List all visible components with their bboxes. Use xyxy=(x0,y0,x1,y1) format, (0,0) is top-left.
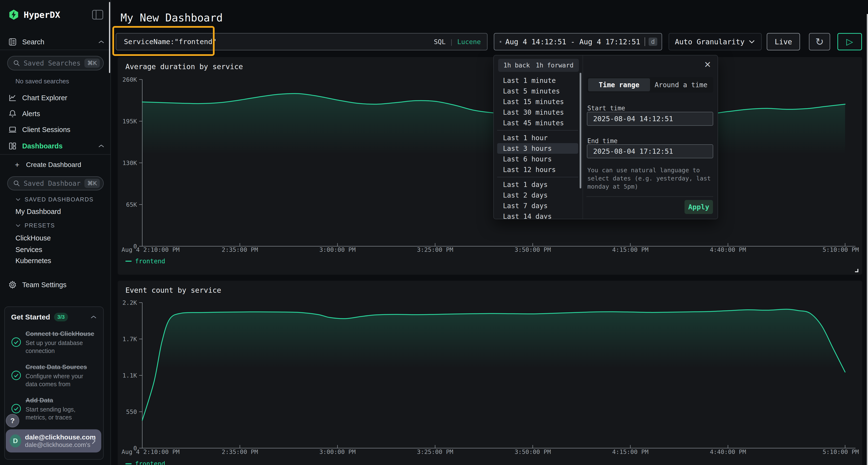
tab-around-a-time[interactable]: Around a time xyxy=(650,78,712,91)
shortcut-badge: ⌘K xyxy=(84,59,100,68)
svg-text:2.2K: 2.2K xyxy=(123,299,137,306)
quick-range-last-2-days[interactable]: Last 2 days xyxy=(497,190,578,200)
tab-time-range[interactable]: Time range xyxy=(588,78,650,91)
chart-explorer-icon xyxy=(8,94,17,102)
chevron-up-icon[interactable] xyxy=(98,144,105,148)
svg-text:1.7K: 1.7K xyxy=(123,336,137,343)
svg-text:4:15:00 PM: 4:15:00 PM xyxy=(612,246,649,253)
check-circle-icon xyxy=(11,404,21,414)
check-circle-icon xyxy=(11,337,21,347)
svg-text:Aug 4 2:10:00 PM: Aug 4 2:10:00 PM xyxy=(122,246,180,253)
brand-name: HyperDX xyxy=(24,10,60,20)
quick-range-last-5-minutes[interactable]: Last 5 minutes xyxy=(497,86,578,96)
sidebar-item-client-sessions[interactable]: Client Sessions xyxy=(8,124,105,135)
create-dashboard-button[interactable]: + Create Dashboard xyxy=(13,159,105,171)
page-scrollbar[interactable] xyxy=(867,14,868,465)
dashboard-link-clickhouse[interactable]: ClickHouse xyxy=(16,234,51,242)
saved-searches-placeholder: Saved Searches xyxy=(24,59,81,67)
sidebar-item-team-settings[interactable]: Team Settings xyxy=(8,279,105,291)
svg-text:4:40:00 PM: 4:40:00 PM xyxy=(710,246,746,253)
chart-legend[interactable]: frontend xyxy=(125,258,165,265)
sidebar-item-chart-explorer[interactable]: Chart Explorer xyxy=(8,92,105,104)
line-chart[interactable]: 05501.1K1.7K2.2KAug 4 2:10:00 PM2:35:00 … xyxy=(118,281,862,465)
line-chart[interactable]: 065K130K195K260KAug 4 2:10:00 PM2:35:00 … xyxy=(118,57,862,275)
svg-text:3:25:00 PM: 3:25:00 PM xyxy=(417,449,453,455)
shift-forward-button[interactable]: 1h forward xyxy=(530,59,579,72)
refresh-icon: ↻ xyxy=(815,36,824,48)
get-started-item[interactable]: Create Data SourcesConfigure where your … xyxy=(11,363,97,388)
quick-range-last-14-days[interactable]: Last 14 days xyxy=(497,211,578,219)
natural-language-hint: You can use natural language to select d… xyxy=(587,166,715,191)
get-started-item-subtitle: Configure where your data comes from xyxy=(26,372,94,388)
svg-text:195K: 195K xyxy=(123,118,137,125)
chevron-down-icon xyxy=(16,198,21,201)
time-range-value: Aug 4 14:12:51 - Aug 4 17:12:51 xyxy=(505,38,641,46)
shift-back-button[interactable]: 1h back xyxy=(498,59,535,72)
end-time-input[interactable]: 2025-08-04 17:12:51 xyxy=(587,144,713,158)
chart-title: Average duration by service xyxy=(125,62,243,71)
sidebar-item-alerts[interactable]: Alerts xyxy=(8,108,105,120)
quick-range-last-3-hours[interactable]: Last 3 hours xyxy=(497,143,578,154)
saved-dashboards-input[interactable]: Saved Dashboards ⌘K xyxy=(7,176,104,190)
chart-legend[interactable]: frontend xyxy=(125,460,165,465)
chevron-up-icon[interactable] xyxy=(98,40,105,44)
get-started-item[interactable]: Add DataStart sending logs, metrics, or … xyxy=(11,396,97,421)
sidebar-item-search[interactable]: Search xyxy=(8,36,105,48)
quick-range-last-12-hours[interactable]: Last 12 hours xyxy=(497,164,578,175)
section-header-presets[interactable]: PRESETS xyxy=(16,222,105,229)
play-icon: ▷ xyxy=(846,37,853,47)
user-menu[interactable]: D dale@clickhouse.com dale@clickhouse.co… xyxy=(6,429,101,453)
quick-range-last-7-days[interactable]: Last 7 days xyxy=(497,200,578,211)
quick-range-last-1-hour[interactable]: Last 1 hour xyxy=(497,133,578,143)
panel-resize-handle[interactable] xyxy=(855,269,858,272)
no-saved-searches-text: No saved searches xyxy=(16,77,69,85)
quick-range-last-45-minutes[interactable]: Last 45 minutes xyxy=(497,118,578,128)
avatar: D xyxy=(10,434,21,447)
saved-searches-input[interactable]: Saved Searches ⌘K xyxy=(7,56,104,70)
get-started-progress-badge: 3/3 xyxy=(54,313,68,322)
main-content: My New Dashboard ServiceName:"frontend" … xyxy=(112,0,868,465)
user-team: dale@clickhouse.com's xyxy=(25,441,87,449)
svg-text:Aug 4 2:10:00 PM: Aug 4 2:10:00 PM xyxy=(122,449,180,455)
hyperdx-app: HyperDX Search Saved Searches ⌘K No save… xyxy=(0,0,868,465)
svg-text:4:40:00 PM: 4:40:00 PM xyxy=(710,449,746,455)
svg-text:4:15:00 PM: 4:15:00 PM xyxy=(612,449,649,455)
quick-range-last-6-hours[interactable]: Last 6 hours xyxy=(497,154,578,164)
quick-range-last-1-days[interactable]: Last 1 days xyxy=(497,179,578,190)
lucene-mode-toggle[interactable]: Lucene xyxy=(457,38,481,45)
time-range-input[interactable]: Aug 4 14:12:51 - Aug 4 17:12:51 d xyxy=(494,33,662,51)
apply-button[interactable]: Apply xyxy=(684,200,713,214)
sidebar-scrollbar[interactable] xyxy=(109,2,110,73)
sidebar-collapse-icon[interactable] xyxy=(92,10,103,20)
get-started-item-title: Connect to ClickHouse xyxy=(26,330,94,338)
dashboard-link-my-dashboard[interactable]: My Dashboard xyxy=(16,208,61,215)
quick-range-last-30-minutes[interactable]: Last 30 minutes xyxy=(497,107,578,118)
chart-title: Event count by service xyxy=(125,286,221,294)
section-header-saved-dashboards[interactable]: SAVED DASHBOARDS xyxy=(16,196,105,203)
team-settings-label: Team Settings xyxy=(22,281,66,289)
refresh-button[interactable]: ↻ xyxy=(809,33,830,51)
dashboard-link-kubernetes[interactable]: Kubernetes xyxy=(16,257,51,265)
live-button[interactable]: Live xyxy=(767,33,800,51)
help-button[interactable]: ? xyxy=(6,414,19,427)
chevron-up-icon[interactable] xyxy=(90,315,97,319)
quick-range-last-15-minutes[interactable]: Last 15 minutes xyxy=(497,96,578,107)
help-label: ? xyxy=(10,417,15,425)
start-time-input[interactable]: 2025-08-04 14:12:51 xyxy=(587,112,713,126)
dashboard-link-services[interactable]: Services xyxy=(16,246,42,254)
get-started-item-subtitle: Start sending logs, metrics, or traces xyxy=(26,405,94,421)
sql-mode-toggle[interactable]: SQL xyxy=(434,38,445,45)
sidebar-item-label: Client Sessions xyxy=(22,126,70,134)
list-scrollbar[interactable] xyxy=(580,73,581,189)
granularity-select[interactable]: Auto Granularity xyxy=(669,33,762,51)
svg-text:1.1K: 1.1K xyxy=(123,372,137,379)
user-email: dale@clickhouse.com xyxy=(25,433,87,441)
get-started-item[interactable]: Connect to ClickHouseSet up your databas… xyxy=(11,330,97,355)
close-icon[interactable]: × xyxy=(704,58,711,71)
run-query-button[interactable]: ▷ xyxy=(837,33,862,51)
quick-range-last-1-minute[interactable]: Last 1 minute xyxy=(497,75,578,86)
get-started-item-subtitle: Set up your database connection xyxy=(26,339,94,355)
bell-icon xyxy=(8,109,17,118)
sidebar-item-dashboards[interactable]: Dashboards xyxy=(8,140,105,152)
sidebar-item-label: Dashboards xyxy=(22,142,63,150)
